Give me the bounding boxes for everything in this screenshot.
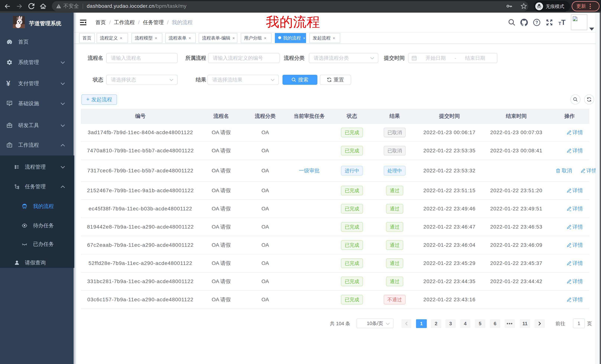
svg-text:?: ? [535,20,538,25]
